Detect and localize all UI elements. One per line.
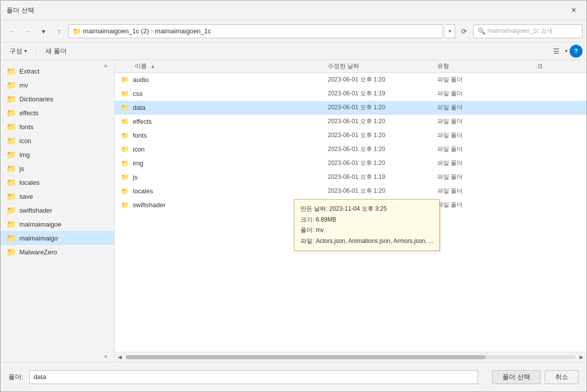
search-box[interactable]: 🔍 maimaimaigoen_1c 검색 [473,24,583,38]
sidebar-item-label: Extract [19,68,39,75]
scroll-right-button[interactable]: ▶ [577,352,587,362]
sidebar-item-maimaimaigoe[interactable]: 📁 maimaimaigoe [0,217,114,231]
folder-icon: 📁 [121,104,129,111]
sidebar-item-label: js [19,165,24,172]
table-row[interactable]: 📁 icon 2023-06-01 오후 1:20 파일 폴더 [115,143,587,157]
view-icon: ☰ [553,47,560,55]
organize-button[interactable]: 구성 ▾ [4,45,32,58]
folder-icon: 📁 [6,67,16,76]
sidebar-item-save[interactable]: 📁 save [0,189,114,203]
file-date-cell: 2023-06-01 오후 1:20 [324,103,433,112]
table-row[interactable]: 📁 css 2023-06-01 오후 1:19 파일 폴더 [115,87,587,101]
horizontal-scrollbar[interactable]: ◀ ▶ [115,352,587,362]
file-type-cell: 파일 폴더 [433,76,533,84]
footer: 폴더: 폴더 선택 취소 [0,362,587,392]
sidebar-item-label: icon [19,137,31,145]
cancel-button[interactable]: 취소 [545,370,579,384]
new-folder-button[interactable]: 새 폴더 [40,45,72,58]
close-button[interactable]: ✕ [567,3,581,17]
file-date-cell: 2023-06-01 오후 1:19 [324,89,433,98]
table-row[interactable]: 📁 fonts 2023-06-01 오후 1:20 파일 폴더 [115,129,587,143]
folder-icon: 📁 [6,206,16,215]
table-row[interactable]: 📁 effects 2023-06-01 오후 1:20 파일 폴더 [115,115,587,129]
folder-icon: 📁 [6,108,16,118]
forward-button[interactable]: → [20,24,34,38]
refresh-button[interactable]: ⟳ [457,24,471,38]
file-date-cell: 2023-06-01 오후 1:20 [324,76,433,84]
help-button[interactable]: ? [570,45,583,58]
sidebar-item-js[interactable]: 📁 js [0,161,114,175]
tooltip-size: 크기: 6.89MB [300,215,433,226]
sidebar-item-label: save [19,193,33,200]
search-icon: 🔍 [478,27,486,35]
col-type-header[interactable]: 유형 [433,62,533,71]
sidebar-item-label: mv [19,81,28,89]
file-date-cell: 2023-06-01 오후 1:20 [324,159,433,167]
file-date-cell: 2023-06-01 오후 1:20 [324,117,433,126]
search-placeholder: maimaimaigoen_1c 검색 [488,27,553,35]
sidebar: ▲ 📁 Extract 📁 mv 📁 Dictionaries 📁 effect… [0,60,115,362]
file-type-cell: 파일 폴더 [433,117,533,126]
sidebar-item-icon[interactable]: 📁 icon [0,134,114,148]
table-row[interactable]: 📁 audio 2023-06-01 오후 1:20 파일 폴더 [115,73,587,87]
sidebar-item-malwarezero[interactable]: 📁 MalwareZero [0,245,114,259]
organize-dropdown-icon: ▾ [24,48,27,54]
folder-icon: 📁 [121,90,129,97]
sidebar-item-fonts[interactable]: 📁 fonts [0,120,114,134]
file-name-cell: 📁 effects [115,118,324,125]
sidebar-item-maimaimaigo-selected[interactable]: 📁 maimaimaigo [0,231,114,245]
scroll-left-button[interactable]: ◀ [115,352,125,362]
folder-icon: 📁 [121,146,129,153]
sidebar-item-extract[interactable]: 📁 Extract [0,64,114,78]
path-folder-icon: 📁 [73,27,81,35]
file-name-cell: 📁 css [115,90,324,97]
footer-folder-label: 폴더: [8,373,23,382]
file-type-cell: 파일 폴더 [433,201,533,209]
folder-select-dialog: 폴더 선택 ✕ ← → ▾ ↑ 📁 maimaimaigoen_1c (2) ›… [0,0,587,392]
file-type-cell: 파일 폴더 [433,145,533,154]
folder-icon: 📁 [6,150,16,159]
sidebar-item-label: swiftshader [19,207,52,214]
folder-icon: 📁 [6,80,16,90]
view-dropdown-icon: ▾ [565,48,568,54]
tooltip-folder: 폴더: mv [300,225,433,236]
table-row[interactable]: 📁 img 2023-06-01 오후 1:20 파일 폴더 [115,157,587,170]
table-row[interactable]: 📁 js 2023-06-01 오후 1:19 파일 폴더 [115,170,587,184]
col-size-header[interactable]: 크 [533,62,587,71]
sidebar-item-mv[interactable]: 📁 mv [0,78,114,92]
toolbar-separator [36,46,36,56]
sidebar-item-dictionaries[interactable]: 📁 Dictionaries [0,92,114,106]
folder-icon: 📁 [6,136,16,146]
sidebar-item-swiftshader[interactable]: 📁 swiftshader [0,203,114,217]
sidebar-item-img[interactable]: 📁 img [0,148,114,161]
path-part2: maimaimaigoen_1c [155,27,211,35]
sidebar-item-label: fonts [19,123,33,131]
sidebar-item-label: maimaimaigoe [19,221,62,228]
file-date-cell: 2023-06-01 오후 1:20 [324,131,433,140]
path-separator: › [151,27,153,35]
address-dropdown-button[interactable]: ▾ [445,24,455,38]
sidebar-scroll-down-indicator[interactable]: ▼ [103,354,108,360]
table-row[interactable]: 📁 locales 2023-06-01 오후 1:20 파일 폴더 [115,184,587,198]
folder-input[interactable] [29,370,479,384]
title-bar: 폴더 선택 ✕ [0,0,587,20]
sidebar-item-locales[interactable]: 📁 locales [0,175,114,189]
folder-icon: 📁 [121,201,129,209]
up-button[interactable]: ↑ [52,24,66,38]
select-folder-button[interactable]: 폴더 선택 [492,370,541,384]
file-name-cell: 📁 fonts [115,132,324,139]
file-type-cell: 파일 폴더 [433,131,533,140]
folder-icon: 📁 [121,118,129,125]
dropdown-button[interactable]: ▾ [36,24,50,38]
col-date-header[interactable]: 수정한 날짜 [324,62,433,71]
col-name-header[interactable]: 이름 ▲ [115,62,324,71]
file-name-cell: 📁 audio [115,76,324,83]
scroll-thumb[interactable] [126,355,486,359]
sidebar-item-effects[interactable]: 📁 effects [0,106,114,120]
sidebar-scroll-up-indicator[interactable]: ▲ [103,62,108,68]
back-button[interactable]: ← [4,24,18,38]
sidebar-item-label: img [19,151,30,158]
view-button[interactable]: ☰ [549,45,563,58]
table-row[interactable]: 📁 data 2023-06-01 오후 1:20 파일 폴더 [115,101,587,115]
footer-buttons: 폴더 선택 취소 [492,370,579,384]
